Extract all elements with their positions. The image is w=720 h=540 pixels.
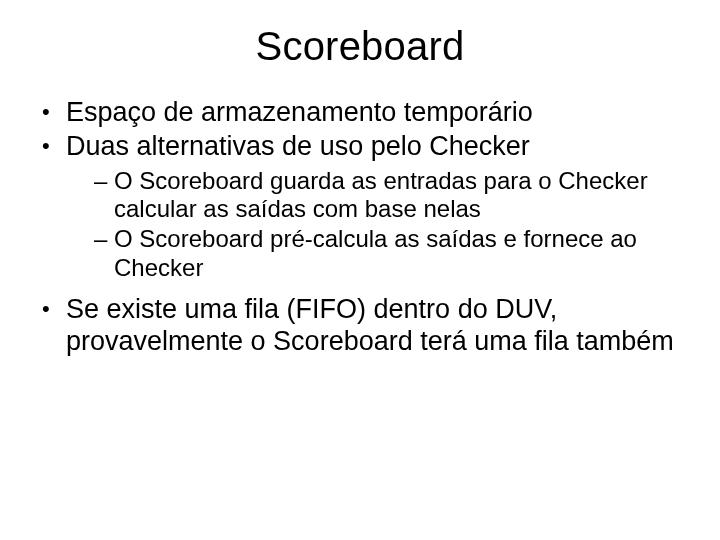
sub-bullet-list: O Scoreboard guarda as entradas para o C… xyxy=(66,167,684,282)
sub-bullet-text: O Scoreboard pré-calcula as saídas e for… xyxy=(114,225,637,280)
slide-title: Scoreboard xyxy=(36,24,684,69)
bullet-list: Espaço de armazenamento temporário Duas … xyxy=(36,97,684,358)
bullet-text: Espaço de armazenamento temporário xyxy=(66,97,533,127)
sub-bullet-item: O Scoreboard pré-calcula as saídas e for… xyxy=(94,225,684,282)
bullet-text: Duas alternativas de uso pelo Checker xyxy=(66,131,530,161)
slide: Scoreboard Espaço de armazenamento tempo… xyxy=(0,0,720,540)
bullet-item: Duas alternativas de uso pelo Checker O … xyxy=(40,131,684,282)
bullet-text: Se existe uma fila (FIFO) dentro do DUV,… xyxy=(66,294,674,356)
sub-bullet-text: O Scoreboard guarda as entradas para o C… xyxy=(114,167,648,222)
bullet-item: Se existe uma fila (FIFO) dentro do DUV,… xyxy=(40,294,684,358)
sub-bullet-item: O Scoreboard guarda as entradas para o C… xyxy=(94,167,684,224)
bullet-item: Espaço de armazenamento temporário xyxy=(40,97,684,129)
